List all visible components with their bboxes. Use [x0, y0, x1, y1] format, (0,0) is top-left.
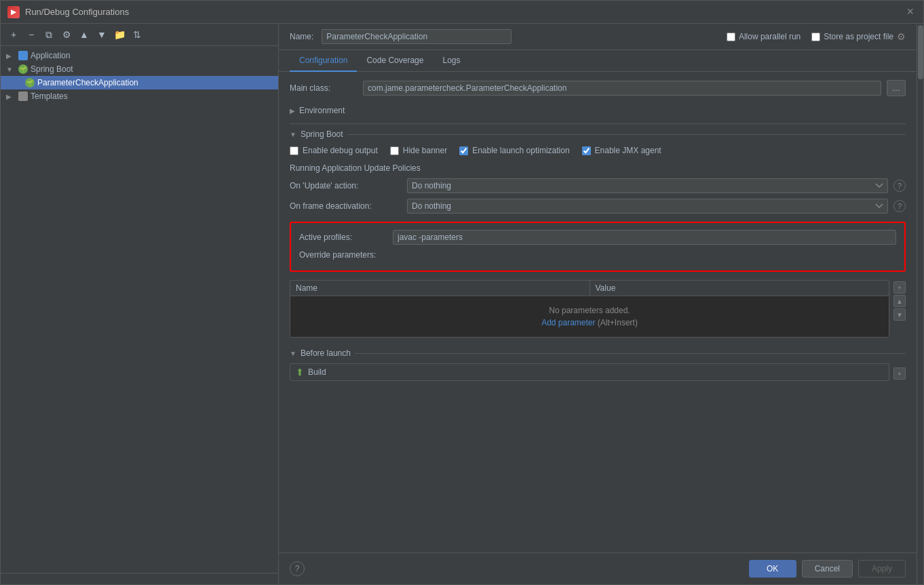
app-icon: ▶ [7, 6, 20, 18]
store-label: Store as project file [824, 32, 893, 41]
enable-jmx-label: Enable JMX agent [595, 146, 661, 155]
ok-button[interactable]: OK [749, 560, 796, 578]
enable-jmx-checkbox[interactable] [582, 146, 591, 155]
enable-launch-group: Enable launch optimization [459, 146, 569, 155]
build-item: ⬆ Build [290, 363, 889, 381]
right-panel: Name: Allow parallel run Store as projec… [279, 24, 917, 584]
header-options: Allow parallel run Store as project file… [727, 31, 906, 42]
remove-icon: − [28, 29, 34, 40]
on-update-select[interactable]: Do nothing Update classes and resources … [407, 178, 888, 193]
settings-button[interactable]: ⚙ [59, 27, 74, 42]
move-down-button[interactable]: ▼ [94, 27, 109, 42]
add-param-link[interactable]: Add parameter [541, 318, 595, 327]
before-launch-header[interactable]: ▼ Before launch [290, 348, 906, 358]
bottom-bar: ? OK Cancel Apply [279, 552, 917, 584]
tree-item-templates[interactable]: ▶ Templates [1, 89, 278, 103]
enable-jmx-group: Enable JMX agent [582, 146, 661, 155]
build-icon: ⬆ [296, 367, 304, 378]
before-launch-section: ▼ Before launch ⬆ Build + [290, 348, 906, 384]
title-bar: ▶ Run/Debug Configurations × [1, 1, 923, 24]
toolbar: + − ⧉ ⚙ ▲ ▼ 📁 [1, 24, 278, 46]
spring-boot-label: Spring Boot [31, 64, 73, 74]
build-add-button[interactable]: + [893, 367, 906, 380]
move-up-button[interactable]: ▲ [77, 27, 92, 42]
name-input[interactable] [322, 29, 512, 44]
sort-button[interactable]: ⇅ [130, 27, 145, 42]
on-frame-help-icon[interactable]: ? [893, 200, 906, 212]
close-button[interactable]: × [904, 5, 917, 19]
title-bar-left: ▶ Run/Debug Configurations [7, 6, 129, 18]
main-class-input[interactable] [363, 81, 881, 96]
tab-code-coverage[interactable]: Code Coverage [357, 50, 433, 72]
sort-icon: ⇅ [133, 29, 141, 40]
tree-item-config[interactable]: 🌱 ParameterCheckApplication [1, 76, 278, 89]
debug-output-group: Enable debug output [290, 146, 378, 155]
gear-icon: ⚙ [62, 29, 71, 40]
override-params-label: Override parameters: [299, 250, 896, 260]
store-gear-icon[interactable]: ⚙ [897, 31, 906, 42]
on-update-help-icon[interactable]: ? [893, 180, 906, 192]
spring-boot-arrow: ▼ [6, 66, 16, 73]
help-button[interactable]: ? [290, 561, 305, 576]
config-tree: ▶ Application ▼ 🌱 Spring Boot 🌱 Paramete… [1, 46, 278, 573]
tab-logs[interactable]: Logs [433, 50, 469, 72]
spring-boot-section-header[interactable]: ▼ Spring Boot [290, 129, 906, 139]
before-launch-line [355, 353, 906, 354]
apply-button[interactable]: Apply [858, 560, 906, 578]
scrollbar-thumb [918, 25, 923, 79]
tab-logs-label: Logs [442, 56, 460, 65]
tab-configuration[interactable]: Configuration [290, 50, 357, 72]
on-frame-select[interactable]: Do nothing Update classes and resources … [407, 199, 888, 214]
tab-code-coverage-label: Code Coverage [366, 56, 423, 65]
help-icon: ? [295, 564, 300, 573]
policies-section: Running Application Update Policies On '… [290, 163, 906, 214]
environment-label: Environment [299, 106, 345, 115]
divider-1 [290, 123, 906, 124]
templates-arrow: ▶ [6, 93, 16, 100]
application-icon [18, 51, 28, 60]
main-class-row: Main class: … [290, 80, 906, 96]
config-label: ParameterCheckApplication [37, 78, 138, 87]
highlighted-section: Active profiles: Override parameters: [290, 222, 906, 272]
debug-output-checkbox[interactable] [290, 146, 299, 155]
build-label: Build [308, 367, 326, 377]
application-label: Application [31, 51, 71, 60]
tree-item-spring-boot[interactable]: ▼ 🌱 Spring Boot [1, 62, 278, 76]
add-param-row: Add parameter (Alt+Insert) [541, 318, 638, 327]
enable-launch-checkbox[interactable] [459, 146, 468, 155]
add-config-button[interactable]: + [6, 27, 21, 42]
params-table-container: Name Value No parameters added. Add para… [290, 280, 889, 343]
params-table: Name Value No parameters added. Add para… [290, 280, 889, 338]
spring-boot-section-line [347, 134, 906, 135]
params-scroll-up-button[interactable]: ▲ [893, 295, 906, 307]
params-add-button[interactable]: + [893, 281, 906, 294]
environment-section[interactable]: ▶ Environment [290, 103, 906, 118]
hide-banner-checkbox[interactable] [390, 146, 399, 155]
right-scrollbar[interactable] [917, 24, 923, 584]
folder-button[interactable]: 📁 [112, 27, 127, 42]
on-frame-row: On frame deactivation: Do nothing Update… [290, 199, 906, 214]
application-arrow: ▶ [6, 52, 16, 60]
tree-item-application[interactable]: ▶ Application [1, 49, 278, 62]
params-scroll-down-button[interactable]: ▼ [893, 308, 906, 321]
enable-launch-label: Enable launch optimization [472, 146, 569, 155]
config-area: Main class: … ▶ Environment ▼ Spring Boo… [279, 72, 917, 552]
allow-parallel-checkbox[interactable] [727, 33, 735, 41]
add-param-shortcut: (Alt+Insert) [598, 318, 638, 327]
policies-title: Running Application Update Policies [290, 163, 906, 173]
on-update-label: On 'Update' action: [290, 181, 402, 190]
cancel-button[interactable]: Cancel [802, 560, 853, 578]
before-launch-arrow: ▼ [290, 350, 296, 357]
environment-arrow: ▶ [290, 107, 295, 115]
remove-config-button[interactable]: − [24, 27, 39, 42]
before-launch-label: Before launch [301, 348, 351, 358]
main-class-browse-button[interactable]: … [887, 80, 906, 96]
store-project-checkbox[interactable] [811, 33, 820, 41]
run-debug-dialog: ▶ Run/Debug Configurations × + − ⧉ ⚙ [0, 0, 924, 585]
active-profiles-input[interactable] [393, 230, 896, 245]
copy-config-button[interactable]: ⧉ [41, 27, 56, 42]
name-label: Name: [290, 32, 313, 41]
allow-parallel-label: Allow parallel run [739, 32, 801, 41]
down-arrow-icon: ▼ [97, 29, 107, 40]
hide-banner-group: Hide banner [390, 146, 447, 155]
